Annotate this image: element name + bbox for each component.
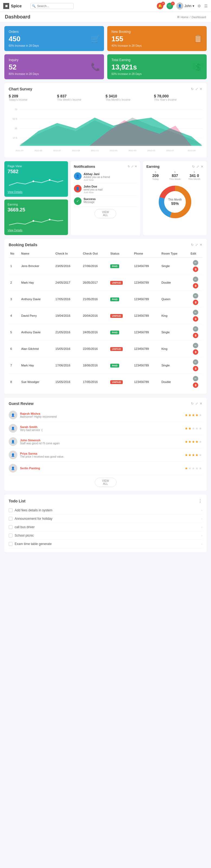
search-input[interactable] bbox=[30, 3, 74, 9]
earning-icon: 💲 bbox=[194, 62, 203, 71]
booking-refresh-icon[interactable]: ↻ bbox=[191, 243, 194, 247]
cell-no: 7 bbox=[9, 357, 20, 374]
income-week-amt: $ 837 bbox=[57, 94, 106, 98]
user-area[interactable]: 👤 John ▾ bbox=[176, 2, 194, 9]
todo-checkbox[interactable] bbox=[9, 542, 12, 546]
earning-close-icon[interactable]: ✕ bbox=[201, 165, 203, 168]
notif-close-icon[interactable]: ✕ bbox=[135, 165, 137, 168]
earning-refresh-icon[interactable]: ↻ bbox=[192, 165, 195, 168]
earning-expand-icon[interactable]: ⤢ bbox=[197, 165, 199, 168]
cell-name: Anthony Davie bbox=[20, 291, 54, 308]
left-mini-cards: Page View 7582 View Details Earning 3669… bbox=[4, 161, 68, 235]
todo-item: Exam time table generate › bbox=[9, 540, 202, 548]
edit-button[interactable]: ✏ bbox=[193, 293, 198, 299]
donut-wrap: This Month 55% bbox=[146, 183, 203, 221]
edit-button[interactable]: ✏ bbox=[193, 310, 198, 315]
earning-today-lbl: Today bbox=[146, 178, 165, 181]
cell-checkout: 18/06/2016 bbox=[81, 357, 109, 374]
logo-area[interactable]: ▦ Spice bbox=[3, 3, 28, 9]
income-today-amt: $ 209 bbox=[9, 94, 57, 98]
breadcrumb-home[interactable]: Home bbox=[181, 16, 188, 19]
delete-button[interactable]: 🗑 bbox=[193, 283, 198, 288]
delete-button[interactable]: 🗑 bbox=[193, 382, 198, 388]
todo-checkbox[interactable] bbox=[9, 534, 12, 537]
todo-list: Add fees details in system › Announcemen… bbox=[9, 506, 202, 548]
svg-point-21 bbox=[33, 181, 34, 182]
expand-icon[interactable]: ⤢ bbox=[195, 87, 198, 91]
earning-small-link[interactable]: View Details bbox=[8, 229, 65, 232]
col-checkin: Check In bbox=[54, 250, 81, 257]
delete-button[interactable]: 🗑 bbox=[193, 300, 198, 305]
edit-button[interactable]: ✏ bbox=[193, 376, 198, 381]
action-cell: ✏ 🗑 bbox=[190, 359, 201, 371]
cart-badge[interactable]: 🛒 3 bbox=[167, 3, 173, 9]
three-col: Page View 7582 View Details Earning 3669… bbox=[4, 161, 207, 235]
cell-name: Mark Hay bbox=[20, 274, 54, 291]
edit-button[interactable]: ✏ bbox=[193, 359, 198, 365]
topnav: ▦ Spice 🔍 🔔 5 🛒 3 👤 John ▾ ⚙ ☰ bbox=[0, 0, 211, 12]
booking-tbody: 1 Jens Brincker 23/05/2016 27/06/2016 PA… bbox=[9, 257, 202, 390]
cell-checkin: 17/06/2016 bbox=[54, 357, 81, 374]
earning-small-card: Earning 3669.25 View Details bbox=[4, 199, 68, 235]
notif-refresh-icon[interactable]: ↻ bbox=[128, 165, 130, 168]
edit-button[interactable]: ✏ bbox=[193, 343, 198, 348]
delete-button[interactable]: 🗑 bbox=[193, 316, 198, 322]
todo-item: call bus driver › bbox=[9, 523, 202, 531]
bell-badge[interactable]: 🔔 5 bbox=[157, 3, 163, 9]
cell-no: 8 bbox=[9, 374, 20, 390]
close-icon[interactable]: ✕ bbox=[200, 87, 202, 91]
delete-button[interactable]: 🗑 bbox=[193, 349, 198, 355]
svg-text:2011-05: 2011-05 bbox=[34, 149, 42, 152]
page-view-link[interactable]: View Details bbox=[8, 190, 65, 193]
review-info: Rajesh Mishra Awesome!! Highly recommend bbox=[20, 412, 182, 418]
notif-header: Notifications ↻ ⤢ ✕ bbox=[74, 164, 137, 168]
income-year-amt: $ 78,000 bbox=[154, 94, 202, 98]
svg-text:2012-07: 2012-07 bbox=[166, 149, 174, 152]
earning-week-currency: $ bbox=[166, 171, 184, 174]
menu-icon[interactable]: ☰ bbox=[204, 4, 208, 8]
notif-title: Notifications bbox=[74, 164, 95, 168]
notif-name-0: Abhay Jani bbox=[84, 172, 110, 176]
review-close-icon[interactable]: ✕ bbox=[200, 402, 202, 405]
cell-room: Queen bbox=[160, 291, 189, 308]
cell-edit: ✏ 🗑 bbox=[189, 308, 202, 324]
refresh-icon[interactable]: ↻ bbox=[191, 87, 194, 91]
income-week: $ 837 This Week's Income bbox=[57, 94, 106, 101]
review-name: Priya Sarma bbox=[20, 452, 182, 455]
cell-room: Single bbox=[160, 324, 189, 341]
edit-button[interactable]: ✏ bbox=[193, 260, 198, 266]
todo-checkbox[interactable] bbox=[9, 508, 12, 512]
edit-button[interactable]: ✏ bbox=[193, 277, 198, 282]
booking-close-icon[interactable]: ✕ bbox=[200, 243, 202, 247]
notif-view-all[interactable]: VIEW ALL bbox=[95, 209, 116, 218]
notif-avatar-2: ✓ bbox=[74, 197, 81, 205]
main-content: 🛒 Orders 450 60% Increase in 28 Days 📋 N… bbox=[0, 22, 211, 560]
review-refresh-icon[interactable]: ↻ bbox=[191, 402, 194, 405]
booking-expand-icon[interactable]: ⤢ bbox=[195, 243, 198, 247]
svg-text:2012-03: 2012-03 bbox=[129, 149, 137, 152]
cell-name: Mark Hay bbox=[20, 357, 54, 374]
todo-checkbox[interactable] bbox=[9, 525, 12, 529]
delete-button[interactable]: 🗑 bbox=[193, 267, 198, 272]
col-phone: Phone bbox=[133, 250, 160, 257]
delete-button[interactable]: 🗑 bbox=[193, 366, 198, 371]
review-view-all[interactable]: VIEW ALL bbox=[95, 478, 116, 487]
todo-menu-icon[interactable]: ⋮ bbox=[198, 498, 202, 503]
action-cell: ✏ 🗑 bbox=[190, 326, 201, 338]
stats-row: 🛒 Orders 450 60% Increase in 28 Days 📋 N… bbox=[4, 26, 207, 79]
notif-expand-icon[interactable]: ⤢ bbox=[131, 165, 134, 168]
cell-phone: 123456789 bbox=[133, 357, 160, 374]
todo-checkbox[interactable] bbox=[9, 517, 12, 521]
chart-actions[interactable]: ↻ ⤢ ✕ bbox=[191, 87, 202, 91]
cell-no: 6 bbox=[9, 341, 20, 357]
stat-inquiry-label: Inquiry bbox=[9, 58, 100, 62]
gear-icon[interactable]: ⚙ bbox=[198, 4, 201, 8]
cell-name: Alan Gilchrist bbox=[20, 341, 54, 357]
edit-button[interactable]: ✏ bbox=[193, 326, 198, 332]
todo-item-left: Announcement for holiday bbox=[9, 517, 52, 521]
review-expand-icon[interactable]: ⤢ bbox=[195, 402, 198, 405]
delete-button[interactable]: 🗑 bbox=[193, 333, 198, 338]
inquiry-icon: 📞 bbox=[91, 62, 100, 71]
notif-name-2: Success bbox=[84, 197, 96, 200]
todo-item-left: call bus driver bbox=[9, 525, 35, 529]
